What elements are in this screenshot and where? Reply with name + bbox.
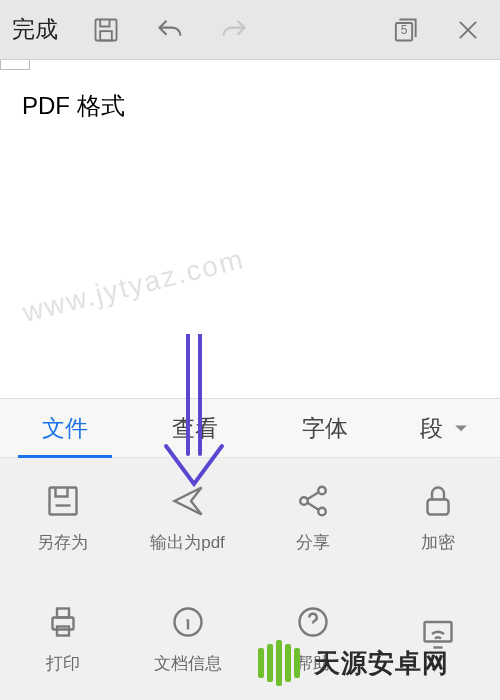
print-icon [45, 604, 81, 640]
brand-logo [258, 640, 304, 686]
tab-paragraph[interactable]: 段 [390, 413, 500, 444]
action-print-label: 打印 [46, 652, 80, 675]
action-share-label: 分享 [296, 531, 330, 554]
export-icon [170, 483, 206, 519]
chevron-down-icon [451, 418, 471, 438]
svg-rect-9 [57, 609, 69, 618]
svg-rect-0 [96, 19, 117, 40]
share-icon [295, 483, 331, 519]
document-canvas[interactable]: PDF 格式 www.jytyaz.com [0, 60, 500, 398]
info-icon [170, 604, 206, 640]
svg-rect-19 [285, 644, 291, 682]
action-doc-info-label: 文档信息 [154, 652, 222, 675]
svg-rect-20 [294, 648, 300, 678]
save-as-icon [45, 483, 81, 519]
action-export-pdf[interactable]: 输出为pdf [125, 458, 250, 579]
done-button[interactable]: 完成 [0, 14, 74, 45]
tab-paragraph-label: 段 [420, 413, 443, 444]
brand-name: 天源安卓网 [314, 646, 449, 681]
redo-button[interactable] [202, 16, 266, 44]
action-encrypt-label: 加密 [421, 531, 455, 554]
tab-file[interactable]: 文件 [0, 398, 130, 458]
action-save-as[interactable]: 另存为 [0, 458, 125, 579]
save-button[interactable] [74, 16, 138, 44]
pages-button[interactable]: 5 [372, 16, 436, 44]
redo-icon [220, 16, 248, 44]
watermark: www.jytyaz.com [20, 243, 248, 329]
top-toolbar: 完成 5 [0, 0, 500, 60]
tab-view[interactable]: 查看 [130, 398, 260, 458]
svg-rect-8 [52, 618, 73, 630]
tab-font[interactable]: 字体 [260, 398, 390, 458]
svg-rect-3 [49, 488, 76, 515]
action-share[interactable]: 分享 [250, 458, 375, 579]
document-text: PDF 格式 [22, 90, 125, 122]
svg-rect-7 [427, 500, 448, 515]
pages-count: 5 [401, 23, 408, 37]
action-export-pdf-label: 输出为pdf [150, 531, 225, 554]
save-icon [92, 16, 120, 44]
close-icon [454, 16, 482, 44]
close-button[interactable] [436, 16, 500, 44]
svg-rect-10 [57, 627, 69, 636]
brand-overlay: 天源安卓网 [258, 636, 498, 690]
action-save-as-label: 另存为 [37, 531, 88, 554]
sheet-corner [0, 60, 30, 70]
svg-rect-16 [258, 648, 264, 678]
lock-icon [420, 483, 456, 519]
undo-button[interactable] [138, 16, 202, 44]
action-doc-info[interactable]: 文档信息 [125, 579, 250, 700]
svg-rect-17 [267, 644, 273, 682]
help-icon [295, 604, 331, 640]
bottom-tabs: 文件 查看 字体 段 [0, 398, 500, 458]
undo-icon [156, 16, 184, 44]
svg-rect-1 [100, 31, 112, 40]
svg-rect-18 [276, 640, 282, 686]
action-print[interactable]: 打印 [0, 579, 125, 700]
action-encrypt[interactable]: 加密 [375, 458, 500, 579]
